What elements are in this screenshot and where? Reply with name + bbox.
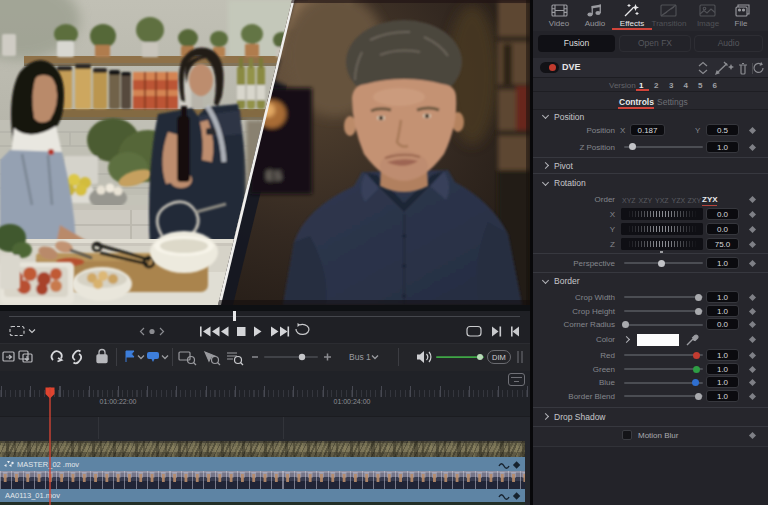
svg-text:Audio: Audio bbox=[585, 19, 606, 28]
svg-text:File: File bbox=[735, 19, 748, 28]
svg-text:Image: Image bbox=[697, 19, 720, 28]
svg-text:Video: Video bbox=[549, 19, 570, 28]
svg-text:Transition: Transition bbox=[652, 19, 687, 28]
svg-text:DIM: DIM bbox=[492, 353, 506, 362]
svg-text:ES: ES bbox=[266, 169, 282, 183]
svg-text:Bus 1: Bus 1 bbox=[349, 352, 371, 362]
svg-text:Effects: Effects bbox=[620, 19, 644, 28]
